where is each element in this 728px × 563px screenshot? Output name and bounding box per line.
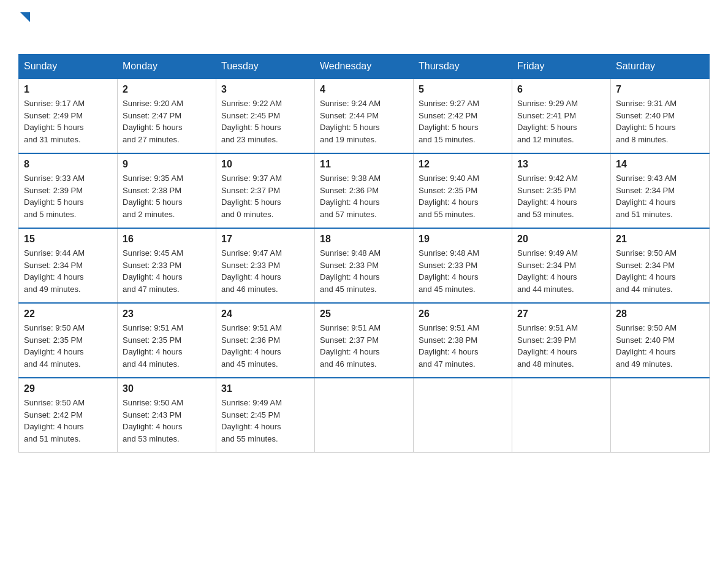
day-info: Sunrise: 9:44 AM Sunset: 2:34 PM Dayligh… [24,247,112,295]
calendar-cell: 14Sunrise: 9:43 AM Sunset: 2:34 PM Dayli… [611,153,710,228]
day-number: 27 [517,308,605,320]
column-header-sunday: Sunday [19,55,118,79]
day-number: 23 [123,308,211,320]
day-number: 11 [320,159,408,170]
calendar-cell [611,378,710,453]
calendar-cell: 16Sunrise: 9:45 AM Sunset: 2:33 PM Dayli… [118,228,216,303]
day-info: Sunrise: 9:51 AM Sunset: 2:37 PM Dayligh… [320,322,408,370]
day-info: Sunrise: 9:47 AM Sunset: 2:33 PM Dayligh… [221,247,309,295]
day-number: 17 [221,234,309,245]
column-header-wednesday: Wednesday [315,55,414,79]
day-info: Sunrise: 9:48 AM Sunset: 2:33 PM Dayligh… [419,247,507,295]
day-info: Sunrise: 9:50 AM Sunset: 2:42 PM Dayligh… [24,397,112,445]
day-number: 1 [24,84,112,95]
day-info: Sunrise: 9:20 AM Sunset: 2:47 PM Dayligh… [123,98,211,145]
day-number: 18 [320,234,408,245]
calendar-cell: 18Sunrise: 9:48 AM Sunset: 2:33 PM Dayli… [315,228,414,303]
calendar-cell: 2Sunrise: 9:20 AM Sunset: 2:47 PM Daylig… [118,79,216,153]
day-info: Sunrise: 9:35 AM Sunset: 2:38 PM Dayligh… [123,172,211,220]
day-number: 3 [221,84,309,95]
column-header-tuesday: Tuesday [216,55,315,79]
day-number: 22 [24,308,112,320]
day-number: 6 [517,84,605,95]
calendar-cell: 10Sunrise: 9:37 AM Sunset: 2:37 PM Dayli… [216,153,315,228]
day-info: Sunrise: 9:29 AM Sunset: 2:41 PM Dayligh… [517,98,605,145]
column-header-thursday: Thursday [414,55,512,79]
day-number: 9 [123,159,211,170]
calendar-week-5: 29Sunrise: 9:50 AM Sunset: 2:42 PM Dayli… [19,378,710,453]
day-number: 7 [616,84,704,95]
day-info: Sunrise: 9:38 AM Sunset: 2:36 PM Dayligh… [320,172,408,220]
calendar-cell: 6Sunrise: 9:29 AM Sunset: 2:41 PM Daylig… [512,79,611,153]
calendar-cell: 29Sunrise: 9:50 AM Sunset: 2:42 PM Dayli… [19,378,118,453]
day-number: 5 [419,84,507,95]
calendar-week-4: 22Sunrise: 9:50 AM Sunset: 2:35 PM Dayli… [19,303,710,378]
calendar-cell: 1Sunrise: 9:17 AM Sunset: 2:49 PM Daylig… [19,79,118,153]
day-info: Sunrise: 9:51 AM Sunset: 2:35 PM Dayligh… [123,322,211,370]
day-info: Sunrise: 9:51 AM Sunset: 2:39 PM Dayligh… [517,322,605,370]
day-info: Sunrise: 9:42 AM Sunset: 2:35 PM Dayligh… [517,172,605,220]
day-info: Sunrise: 9:49 AM Sunset: 2:34 PM Dayligh… [517,247,605,295]
day-info: Sunrise: 9:33 AM Sunset: 2:39 PM Dayligh… [24,172,112,220]
calendar-header-row: SundayMondayTuesdayWednesdayThursdayFrid… [19,55,710,79]
day-info: Sunrise: 9:40 AM Sunset: 2:35 PM Dayligh… [419,172,507,220]
day-number: 28 [616,308,704,320]
column-header-monday: Monday [118,55,216,79]
calendar-table: SundayMondayTuesdayWednesdayThursdayFrid… [18,54,710,453]
day-number: 30 [123,383,211,394]
calendar-cell: 20Sunrise: 9:49 AM Sunset: 2:34 PM Dayli… [512,228,611,303]
calendar-cell [512,378,611,453]
calendar-cell: 25Sunrise: 9:51 AM Sunset: 2:37 PM Dayli… [315,303,414,378]
calendar-week-2: 8Sunrise: 9:33 AM Sunset: 2:39 PM Daylig… [19,153,710,228]
day-number: 20 [517,234,605,245]
calendar-week-1: 1Sunrise: 9:17 AM Sunset: 2:49 PM Daylig… [19,79,710,153]
calendar-cell: 19Sunrise: 9:48 AM Sunset: 2:33 PM Dayli… [414,228,512,303]
calendar-cell: 23Sunrise: 9:51 AM Sunset: 2:35 PM Dayli… [118,303,216,378]
day-number: 10 [221,159,309,170]
day-info: Sunrise: 9:31 AM Sunset: 2:40 PM Dayligh… [616,98,704,145]
calendar-cell [414,378,512,453]
day-number: 24 [221,308,309,320]
day-number: 31 [221,383,309,394]
calendar-cell: 11Sunrise: 9:38 AM Sunset: 2:36 PM Dayli… [315,153,414,228]
day-number: 16 [123,234,211,245]
day-number: 13 [517,159,605,170]
calendar-cell: 30Sunrise: 9:50 AM Sunset: 2:43 PM Dayli… [118,378,216,453]
calendar-week-3: 15Sunrise: 9:44 AM Sunset: 2:34 PM Dayli… [19,228,710,303]
column-header-saturday: Saturday [611,55,710,79]
calendar-cell: 4Sunrise: 9:24 AM Sunset: 2:44 PM Daylig… [315,79,414,153]
calendar-cell: 7Sunrise: 9:31 AM Sunset: 2:40 PM Daylig… [611,79,710,153]
calendar-cell: 13Sunrise: 9:42 AM Sunset: 2:35 PM Dayli… [512,153,611,228]
calendar-cell: 17Sunrise: 9:47 AM Sunset: 2:33 PM Dayli… [216,228,315,303]
day-info: Sunrise: 9:50 AM Sunset: 2:40 PM Dayligh… [616,322,704,370]
day-number: 19 [419,234,507,245]
calendar-cell: 3Sunrise: 9:22 AM Sunset: 2:45 PM Daylig… [216,79,315,153]
calendar-cell: 21Sunrise: 9:50 AM Sunset: 2:34 PM Dayli… [611,228,710,303]
day-number: 25 [320,308,408,320]
calendar-cell: 26Sunrise: 9:51 AM Sunset: 2:38 PM Dayli… [414,303,512,378]
page-header [18,12,710,42]
day-info: Sunrise: 9:51 AM Sunset: 2:36 PM Dayligh… [221,322,309,370]
logo [18,12,30,42]
day-info: Sunrise: 9:50 AM Sunset: 2:43 PM Dayligh… [123,397,211,445]
calendar-cell: 22Sunrise: 9:50 AM Sunset: 2:35 PM Dayli… [19,303,118,378]
day-info: Sunrise: 9:24 AM Sunset: 2:44 PM Dayligh… [320,98,408,145]
day-info: Sunrise: 9:48 AM Sunset: 2:33 PM Dayligh… [320,247,408,295]
day-info: Sunrise: 9:51 AM Sunset: 2:38 PM Dayligh… [419,322,507,370]
day-number: 2 [123,84,211,95]
day-number: 12 [419,159,507,170]
calendar-cell: 15Sunrise: 9:44 AM Sunset: 2:34 PM Dayli… [19,228,118,303]
day-number: 21 [616,234,704,245]
day-info: Sunrise: 9:43 AM Sunset: 2:34 PM Dayligh… [616,172,704,220]
day-number: 29 [24,383,112,394]
calendar-cell: 12Sunrise: 9:40 AM Sunset: 2:35 PM Dayli… [414,153,512,228]
calendar-cell: 27Sunrise: 9:51 AM Sunset: 2:39 PM Dayli… [512,303,611,378]
day-info: Sunrise: 9:50 AM Sunset: 2:35 PM Dayligh… [24,322,112,370]
day-number: 14 [616,159,704,170]
day-number: 8 [24,159,112,170]
calendar-cell: 31Sunrise: 9:49 AM Sunset: 2:45 PM Dayli… [216,378,315,453]
calendar-cell: 9Sunrise: 9:35 AM Sunset: 2:38 PM Daylig… [118,153,216,228]
day-number: 26 [419,308,507,320]
day-info: Sunrise: 9:49 AM Sunset: 2:45 PM Dayligh… [221,397,309,445]
day-number: 4 [320,84,408,95]
